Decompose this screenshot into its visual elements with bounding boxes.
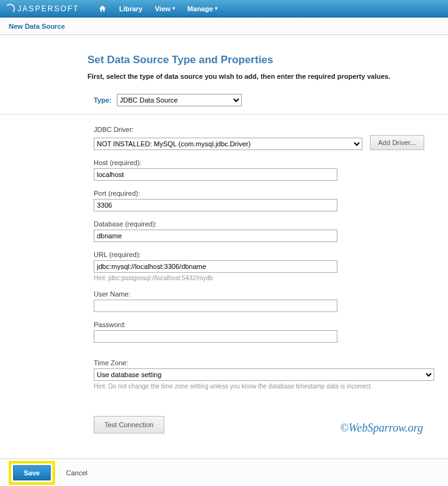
type-row: Type: JDBC Data Source (87, 94, 436, 106)
url-input[interactable] (94, 260, 337, 273)
password-label: Password: (94, 321, 436, 328)
type-label: Type: (94, 96, 112, 104)
field-database: Database (required): (94, 220, 436, 242)
page-description: First, select the type of data source yo… (87, 73, 436, 80)
driver-select[interactable]: NOT INSTALLED: MySQL (com.mysql.jdbc.Dri… (94, 138, 362, 150)
timezone-select[interactable]: Use database setting (94, 368, 434, 381)
database-label: Database (required): (94, 220, 436, 228)
chevron-down-icon: ▾ (172, 6, 175, 11)
nav-home[interactable] (98, 4, 107, 13)
sub-header: New Data Source (0, 18, 448, 35)
page-title: Set Data Source Type and Properties (87, 54, 436, 66)
brand-logo: JASPERSOFT (5, 4, 79, 14)
host-label: Host (required): (94, 159, 436, 166)
chevron-down-icon: ▾ (215, 6, 217, 11)
username-input[interactable] (94, 300, 337, 312)
field-port: Port (required): (94, 190, 436, 211)
field-username: User Name: (94, 290, 436, 312)
timezone-label: Time Zone: (94, 359, 436, 367)
sub-header-title: New Data Source (9, 23, 65, 30)
field-url: URL (required): Hint: jdbc:postgresql://… (94, 251, 436, 281)
watermark: ©WebSparrow.org (340, 422, 423, 435)
cancel-button[interactable]: Cancel (66, 469, 87, 477)
timezone-hint: Hint: Do not change the time zone settin… (94, 383, 436, 390)
port-label: Port (required): (94, 190, 436, 197)
nav-manage-label: Manage (187, 5, 213, 13)
url-hint: Hint: jdbc:postgresql://localhost:5432/m… (94, 275, 436, 281)
field-password: Password: (94, 321, 436, 343)
nav-view-label: View (155, 5, 171, 13)
database-input[interactable] (94, 230, 337, 242)
nav-library[interactable]: Library (119, 5, 142, 13)
brand-text: JASPERSOFT (17, 4, 79, 13)
test-connection-button[interactable]: Test Connection (94, 416, 164, 433)
type-select[interactable]: JDBC Data Source (117, 94, 242, 106)
add-driver-button[interactable]: Add Driver... (370, 135, 424, 150)
url-label: URL (required): (94, 251, 436, 258)
field-host: Host (required): (94, 159, 436, 181)
main-content: Set Data Source Type and Properties Firs… (0, 35, 448, 433)
form-area: JDBC Driver: NOT INSTALLED: MySQL (com.m… (87, 126, 436, 433)
save-highlight-box: Save (9, 461, 55, 485)
home-icon (98, 4, 107, 13)
username-label: User Name: (94, 290, 436, 298)
nav-view[interactable]: View▾ (155, 5, 175, 13)
nav-manage[interactable]: Manage▾ (187, 5, 217, 13)
password-input[interactable] (94, 330, 337, 343)
bottom-bar: Save Cancel (0, 458, 448, 486)
save-button[interactable]: Save (13, 465, 51, 480)
host-input[interactable] (94, 168, 337, 181)
divider (0, 114, 448, 114)
port-input[interactable] (94, 199, 337, 211)
nav-library-label: Library (119, 5, 142, 13)
driver-label: JDBC Driver: (94, 126, 436, 133)
logo-swirl-icon (5, 4, 15, 14)
field-timezone: Time Zone: Use database setting Hint: Do… (94, 359, 436, 390)
top-nav-bar: JASPERSOFT Library View▾ Manage▾ (0, 0, 448, 18)
field-jdbc-driver: JDBC Driver: NOT INSTALLED: MySQL (com.m… (94, 126, 436, 150)
